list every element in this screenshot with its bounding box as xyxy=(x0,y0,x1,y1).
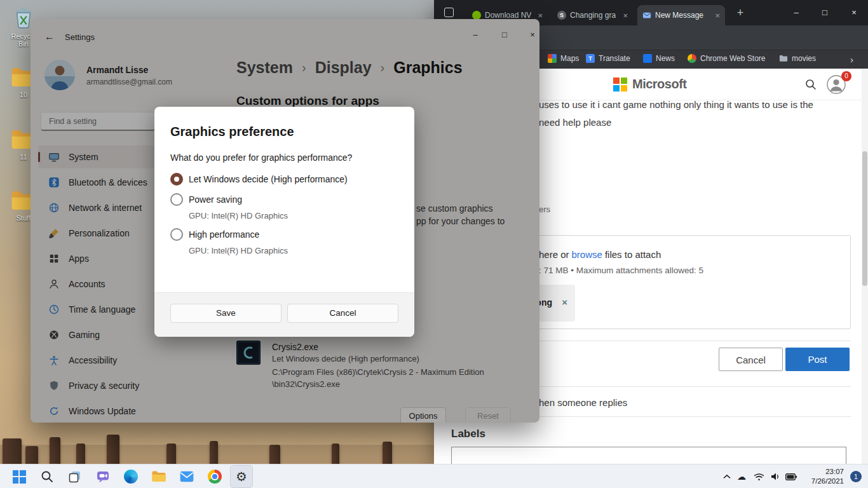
start-button[interactable] xyxy=(8,465,31,488)
tab-changing-graphics[interactable]: S Changing gra × xyxy=(552,5,633,25)
tab-title: Download NV xyxy=(485,11,531,20)
bookmark-label: Maps xyxy=(560,54,579,63)
dialog-footer: Save Cancel xyxy=(154,292,414,337)
graphics-preference-dialog: Graphics preference What do you prefer f… xyxy=(154,107,414,337)
clipped-label: ers xyxy=(539,205,550,214)
radio-label[interactable]: Power saving xyxy=(189,194,242,205)
cancel-button[interactable]: Cancel xyxy=(719,348,783,371)
chrome-button[interactable] xyxy=(203,465,226,488)
radio-let-windows-decide[interactable] xyxy=(170,173,183,186)
search-icon xyxy=(40,470,54,484)
tab-close-icon[interactable]: × xyxy=(715,11,720,20)
gear-icon: ⚙ xyxy=(236,470,247,483)
translate-icon: T xyxy=(586,54,595,63)
dialog-title: Graphics preference xyxy=(170,125,294,139)
dialog-question: What do you prefer for graphics performa… xyxy=(170,152,352,163)
notification-badge[interactable]: 1 xyxy=(850,471,862,482)
tab-close-icon[interactable]: × xyxy=(623,11,628,20)
tab-title: New Message xyxy=(655,11,703,20)
bookmark-maps[interactable]: Maps xyxy=(548,54,579,63)
mail-favicon xyxy=(642,11,651,20)
bookmarks-overflow-icon[interactable]: › xyxy=(850,54,853,65)
clock[interactable]: 23:077/26/2021 xyxy=(799,467,844,486)
clock-time: 23:07 xyxy=(825,468,844,475)
taskbar-search-button[interactable] xyxy=(36,465,58,488)
folder-icon xyxy=(779,55,788,62)
radio-power-saving[interactable] xyxy=(170,193,183,206)
page-scrollbar[interactable] xyxy=(862,69,868,464)
clock-date: 7/26/2021 xyxy=(811,477,844,485)
wifi-icon[interactable] xyxy=(754,464,764,488)
wallpaper-stump xyxy=(269,445,280,466)
microsoft-logo-text[interactable]: Microsoft xyxy=(632,77,687,92)
onedrive-cloud-icon[interactable]: ☁ xyxy=(737,464,746,488)
radio-label[interactable]: High performance xyxy=(189,229,259,240)
cancel-button[interactable]: Cancel xyxy=(287,304,398,323)
chrome-icon xyxy=(208,470,222,484)
wallpaper-stump xyxy=(383,442,392,466)
taskbar: ⚙ ☁ 23:077/26/2021 1 xyxy=(0,464,868,488)
post-button[interactable]: Post xyxy=(785,348,850,371)
message-body-line: need help please xyxy=(539,117,611,128)
nvidia-favicon xyxy=(472,11,481,20)
radio-gpu-sublabel: GPU: Intel(R) HD Graphics xyxy=(189,211,288,220)
maximize-button[interactable]: □ xyxy=(811,0,839,25)
labels-heading: Labels xyxy=(451,428,485,440)
bookmark-label: News xyxy=(656,54,675,63)
attach-text: here or xyxy=(539,249,569,260)
bookmark-chrome-web-store[interactable]: Chrome Web Store xyxy=(688,54,766,63)
labels-input[interactable] xyxy=(451,447,846,464)
save-button[interactable]: Save xyxy=(170,304,281,323)
edge-icon xyxy=(124,470,138,484)
file-explorer-button[interactable] xyxy=(147,465,170,488)
task-view-button[interactable] xyxy=(64,465,86,488)
radio-high-performance[interactable] xyxy=(170,228,183,241)
wallpaper-stump xyxy=(50,437,60,468)
maps-icon xyxy=(548,54,557,63)
battery-icon[interactable] xyxy=(785,464,797,488)
desktop-screen: Recycle Bin 10 11 Stuff Download NV × S … xyxy=(0,0,868,488)
tab-new-message[interactable]: New Message × xyxy=(637,5,725,25)
chat-icon xyxy=(96,470,110,484)
mail-button[interactable] xyxy=(175,465,198,488)
notification-count-badge: 0 xyxy=(841,71,851,81)
bookmark-label: Chrome Web Store xyxy=(700,54,766,63)
message-body-line: uses to use it i cant game nothing only … xyxy=(539,99,813,110)
new-tab-button[interactable]: + xyxy=(733,6,748,21)
close-button[interactable]: × xyxy=(840,0,868,25)
bookmark-label: movies xyxy=(792,54,816,63)
edge-button[interactable] xyxy=(119,465,142,488)
browse-link[interactable]: browse xyxy=(572,249,602,260)
tab-close-icon[interactable]: × xyxy=(538,11,543,20)
site-favicon: S xyxy=(557,11,566,20)
volume-icon[interactable] xyxy=(770,464,780,488)
folder-icon xyxy=(151,470,166,483)
bookmark-label: Translate xyxy=(599,54,630,63)
bookmark-translate[interactable]: TTranslate xyxy=(586,54,630,63)
radio-gpu-sublabel: GPU: Intel(R) HD Graphics xyxy=(189,246,288,255)
tray-chevron-up-icon[interactable] xyxy=(723,464,731,488)
window-menu-icon[interactable] xyxy=(444,8,454,17)
chrome-web-store-icon xyxy=(688,54,696,63)
attach-text: files to attach xyxy=(605,249,661,260)
notify-replies-label: hen someone replies xyxy=(539,397,627,408)
attachment-instruction: here orbrowsefiles to attach xyxy=(539,249,661,260)
mail-icon xyxy=(180,471,194,482)
site-search-icon[interactable] xyxy=(804,78,817,93)
radio-label[interactable]: Let Windows decide (High performance) xyxy=(189,174,348,184)
remove-attachment-icon[interactable]: × xyxy=(562,297,567,308)
tab-title: Changing gra xyxy=(570,11,616,20)
chat-button[interactable] xyxy=(92,465,114,488)
wallpaper-stump xyxy=(332,444,339,465)
settings-window: ← Settings – □ × Armandt Lisse armandtli… xyxy=(31,19,539,423)
scrollbar-thumb[interactable] xyxy=(862,151,867,286)
bookmark-news[interactable]: News xyxy=(643,54,675,63)
attachment-limits: : 71 MB • Maximum attachments allowed: 5 xyxy=(539,266,703,275)
minimize-button[interactable]: – xyxy=(782,0,810,25)
task-view-icon xyxy=(68,470,82,484)
microsoft-logo-icon xyxy=(613,78,627,92)
settings-app-button[interactable]: ⚙ xyxy=(230,465,253,488)
bookmark-movies[interactable]: movies xyxy=(779,54,816,63)
windows-logo-icon xyxy=(13,470,26,484)
news-icon xyxy=(643,54,652,63)
